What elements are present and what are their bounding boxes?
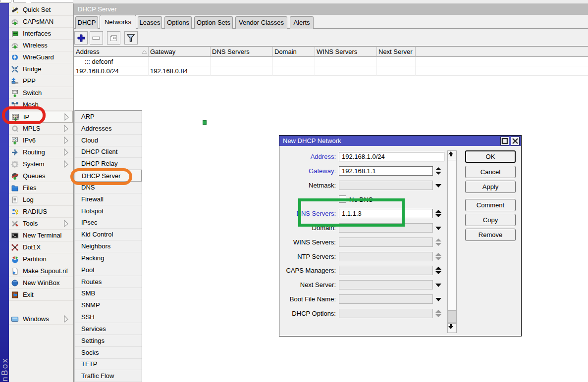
svg-text:v6: v6 [13,138,17,141]
